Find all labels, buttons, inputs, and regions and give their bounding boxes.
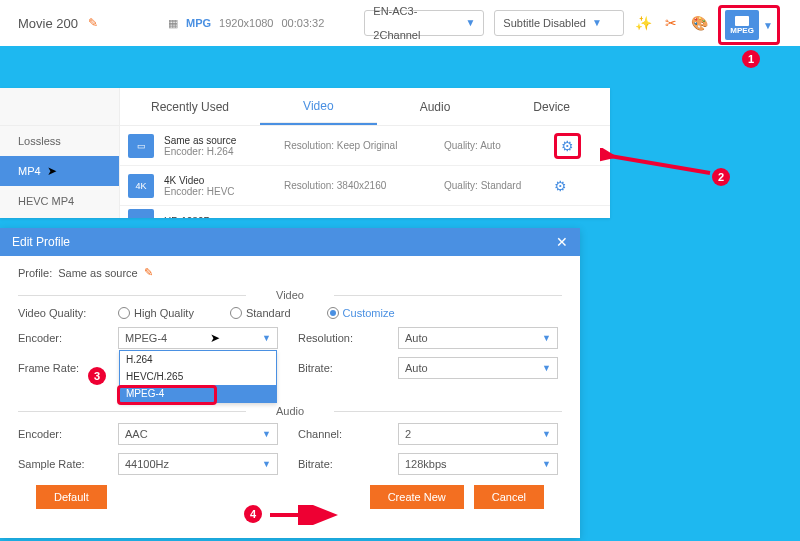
audio-encoder-select[interactable]: AAC▼ xyxy=(118,423,278,445)
film-icon: ▭ xyxy=(128,134,154,158)
create-new-button[interactable]: Create New xyxy=(370,485,464,509)
edit-name-icon[interactable]: ✎ xyxy=(88,16,98,30)
chevron-down-icon: ▼ xyxy=(262,459,271,469)
samplerate-select[interactable]: 44100Hz▼ xyxy=(118,453,278,475)
cursor-icon: ➤ xyxy=(47,164,57,178)
close-icon[interactable]: ✕ xyxy=(556,234,568,250)
audio-bitrate-select[interactable]: 128kbps▼ xyxy=(398,453,558,475)
grid-icon: ▦ xyxy=(168,17,178,30)
dialog-footer: Default Create New Cancel xyxy=(18,475,562,509)
audio-track-value: EN-AC3-2Channel xyxy=(373,0,459,47)
gear-icon[interactable]: ⚙ xyxy=(561,138,574,154)
label-audio-bitrate: Bitrate: xyxy=(298,458,378,470)
encoder-value: MPEG-4 xyxy=(125,332,167,344)
callout-1: 1 xyxy=(742,50,760,68)
row-encoder: Encoder: HEVC xyxy=(164,186,274,197)
dialog-header: Edit Profile ✕ xyxy=(0,228,580,256)
edit-profile-name-icon[interactable]: ✎ xyxy=(144,266,153,279)
label-encoder: Encoder: xyxy=(18,332,98,344)
row-title: Same as source xyxy=(164,135,274,146)
chevron-down-icon: ▼ xyxy=(542,459,551,469)
chevron-down-icon: ▼ xyxy=(465,11,475,35)
channel-select[interactable]: 2▼ xyxy=(398,423,558,445)
sidebar-item-hevc-mp4[interactable]: HEVC MP4 xyxy=(0,186,119,216)
format-sidebar: Lossless MP4 ➤ HEVC MP4 xyxy=(0,126,120,218)
wand-icon[interactable]: ✨ xyxy=(634,15,652,31)
file-name: Movie 200 xyxy=(18,16,78,31)
tab-recent[interactable]: Recently Used xyxy=(120,88,260,125)
radio-standard[interactable]: Standard xyxy=(230,307,291,319)
radio-customize[interactable]: Customize xyxy=(327,307,395,319)
default-button[interactable]: Default xyxy=(36,485,107,509)
scissors-icon[interactable]: ✂ xyxy=(662,15,680,31)
video-quality-radios: High Quality Standard Customize xyxy=(118,307,558,319)
bitrate-select[interactable]: Auto▼ xyxy=(398,357,558,379)
top-toolbar: Movie 200 ✎ ▦ MPG 1920x1080 00:03:32 EN-… xyxy=(0,0,800,46)
subtitle-select[interactable]: Subtitle Disabled ▼ xyxy=(494,10,624,36)
dialog-title: Edit Profile xyxy=(12,235,70,249)
subtitle-value: Subtitle Disabled xyxy=(503,11,586,35)
row-resolution: Resolution: Keep Original xyxy=(284,140,434,151)
row-quality: Quality: Standard xyxy=(444,180,544,191)
chevron-down-icon: ▼ xyxy=(542,429,551,439)
row-resolution: Resolution: 3840x2160 xyxy=(284,180,434,191)
profile-panel: Recently Used Video Audio Device Lossles… xyxy=(0,88,610,218)
encoder-select[interactable]: MPEG-4 ➤ ▼ H.264 HEVC/H.265 MPEG-4 xyxy=(118,327,278,349)
chevron-down-icon: ▼ xyxy=(592,11,602,35)
section-audio: Audio xyxy=(18,405,562,417)
label-channel: Channel: xyxy=(298,428,378,440)
cursor-icon: ➤ xyxy=(210,331,220,345)
sidebar-item-lossless[interactable]: Lossless xyxy=(0,126,119,156)
audio-track-select[interactable]: EN-AC3-2Channel ▼ xyxy=(364,10,484,36)
label-bitrate: Bitrate: xyxy=(298,362,378,374)
film-4k-icon: 4K xyxy=(128,174,154,198)
section-video: Video xyxy=(18,289,562,301)
chevron-down-icon: ▼ xyxy=(262,429,271,439)
profile-label: Profile: xyxy=(18,267,52,279)
row-quality: Quality: Auto xyxy=(444,140,544,151)
profile-row[interactable]: ▭ Same as source Encoder: H.264 Resoluti… xyxy=(120,126,610,166)
chevron-down-icon: ▼ xyxy=(542,333,551,343)
profile-row[interactable]: HD HD 1080P xyxy=(120,206,610,218)
encoder-option[interactable]: H.264 xyxy=(120,351,276,368)
chevron-down-icon: ▼ xyxy=(542,363,551,373)
row-title: 4K Video xyxy=(164,175,274,186)
profile-rows: ▭ Same as source Encoder: H.264 Resoluti… xyxy=(120,126,610,218)
tab-video[interactable]: Video xyxy=(260,88,377,125)
chevron-down-icon: ▼ xyxy=(262,333,271,343)
file-duration: 00:03:32 xyxy=(282,17,325,29)
callout-2: 2 xyxy=(712,168,730,186)
tab-audio[interactable]: Audio xyxy=(377,88,494,125)
radio-high-quality[interactable]: High Quality xyxy=(118,307,194,319)
encoder-option[interactable]: HEVC/H.265 xyxy=(120,368,276,385)
profile-value: Same as source xyxy=(58,267,137,279)
chevron-down-icon: ▼ xyxy=(763,20,773,31)
encoder-dropdown: H.264 HEVC/H.265 MPEG-4 xyxy=(119,350,277,403)
annotation-arrow xyxy=(600,148,720,178)
tab-device[interactable]: Device xyxy=(493,88,610,125)
label-resolution: Resolution: xyxy=(298,332,378,344)
row-title: HD 1080P xyxy=(164,216,274,219)
encoder-option[interactable]: MPEG-4 xyxy=(120,385,276,402)
row-settings-highlight: ⚙ xyxy=(554,133,581,159)
svg-line-0 xyxy=(610,156,710,173)
panel-tabs: Recently Used Video Audio Device xyxy=(0,88,610,126)
edit-profile-dialog: Edit Profile ✕ Profile: Same as source ✎… xyxy=(0,228,580,538)
annotation-arrow xyxy=(260,505,340,525)
row-encoder: Encoder: H.264 xyxy=(164,146,274,157)
cancel-button[interactable]: Cancel xyxy=(474,485,544,509)
sidebar-item-mp4[interactable]: MP4 ➤ xyxy=(0,156,119,186)
label-video-quality: Video Quality: xyxy=(18,307,98,319)
label-samplerate: Sample Rate: xyxy=(18,458,98,470)
label-framerate: Frame Rate: xyxy=(18,362,98,374)
label-audio-encoder: Encoder: xyxy=(18,428,98,440)
format-badge: MPG xyxy=(186,17,211,29)
profile-row[interactable]: 4K 4K Video Encoder: HEVC Resolution: 38… xyxy=(120,166,610,206)
gear-icon[interactable]: ⚙ xyxy=(554,178,567,194)
callout-3: 3 xyxy=(88,367,106,385)
palette-icon[interactable]: 🎨 xyxy=(690,15,708,31)
file-resolution: 1920x1080 xyxy=(219,17,273,29)
resolution-select[interactable]: Auto▼ xyxy=(398,327,558,349)
format-label: MPEG xyxy=(730,26,754,35)
output-format-button[interactable]: MPEG ▼ xyxy=(718,5,780,45)
